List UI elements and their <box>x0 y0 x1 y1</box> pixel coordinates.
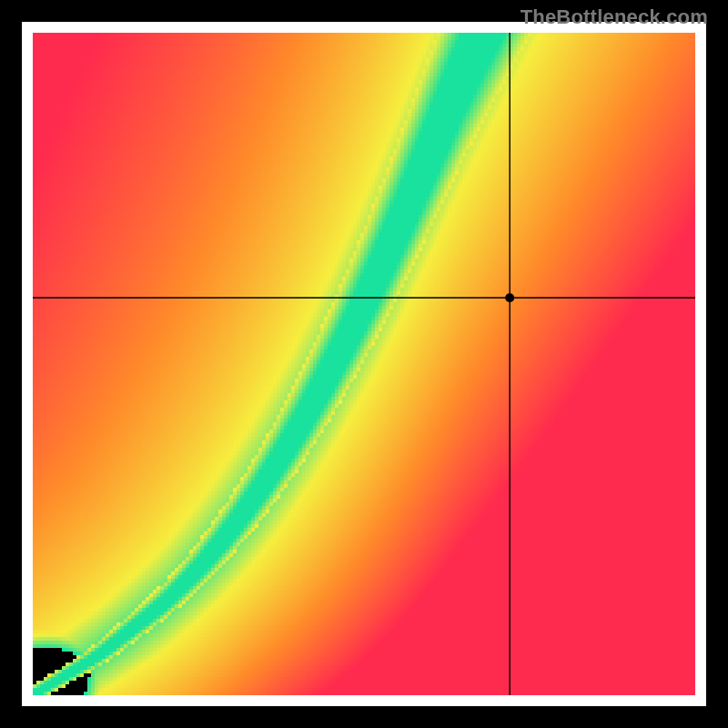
bottleneck-heatmap <box>0 0 728 728</box>
